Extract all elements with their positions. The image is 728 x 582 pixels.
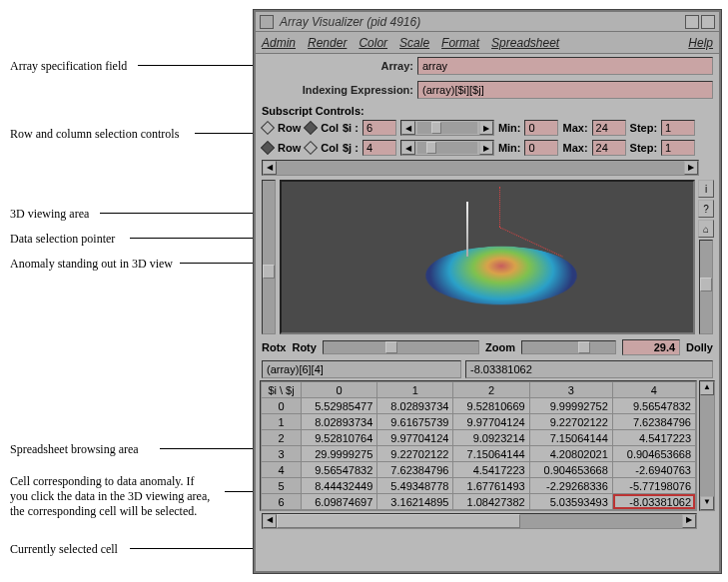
- cell[interactable]: 9.22702122: [377, 446, 453, 462]
- cell[interactable]: 9.99992752: [529, 398, 612, 414]
- help-button[interactable]: ?: [698, 200, 714, 218]
- cell[interactable]: 8.44432449: [302, 478, 377, 494]
- rotx-slider[interactable]: [262, 180, 276, 334]
- cell[interactable]: 5.49348778: [377, 478, 453, 494]
- menu-admin[interactable]: Admin: [262, 36, 296, 50]
- row-header[interactable]: 1: [262, 414, 302, 430]
- col-radio-j[interactable]: [304, 141, 318, 155]
- cell[interactable]: 29.9999275: [302, 446, 377, 462]
- cell[interactable]: 9.56547832: [302, 462, 377, 478]
- cell[interactable]: 0.904653668: [529, 462, 612, 478]
- dolly-slider[interactable]: [699, 240, 713, 334]
- row-header[interactable]: 5: [262, 478, 302, 494]
- menu-scale[interactable]: Scale: [399, 36, 429, 50]
- roty-slider[interactable]: [323, 340, 479, 354]
- min-value-i[interactable]: 0: [524, 120, 558, 136]
- cell[interactable]: 4.5417223: [612, 430, 695, 446]
- home-button[interactable]: ⌂: [698, 220, 714, 238]
- row-radio-j[interactable]: [261, 141, 275, 155]
- cell[interactable]: 8.02893734: [377, 398, 453, 414]
- min-value-j[interactable]: 0: [524, 140, 558, 156]
- cell[interactable]: 9.97704124: [377, 430, 453, 446]
- cell[interactable]: 9.22702122: [529, 414, 612, 430]
- col-header[interactable]: 3: [529, 382, 612, 398]
- cell[interactable]: -8.03381062: [612, 494, 695, 510]
- max-value-j[interactable]: 24: [592, 140, 626, 156]
- col-header[interactable]: 2: [453, 382, 529, 398]
- cell[interactable]: 9.52810669: [453, 398, 529, 414]
- scroll-down-icon[interactable]: ▼: [700, 496, 714, 510]
- cell[interactable]: 7.15064144: [529, 430, 612, 446]
- cell[interactable]: -2.6940763: [612, 462, 695, 478]
- step-value-i[interactable]: 1: [661, 120, 695, 136]
- cell[interactable]: 1.67761493: [453, 478, 529, 494]
- minimize-button[interactable]: [685, 15, 699, 29]
- 3d-viewport[interactable]: [280, 180, 695, 334]
- info-button[interactable]: i: [698, 180, 714, 198]
- menu-help[interactable]: Help: [688, 36, 713, 50]
- menu-render[interactable]: Render: [308, 36, 347, 50]
- row-header[interactable]: 2: [262, 430, 302, 446]
- cell[interactable]: 9.56547832: [612, 398, 695, 414]
- sheet-hscrollbar[interactable]: ◀ ▶: [262, 513, 697, 529]
- cell[interactable]: 5.52985477: [302, 398, 377, 414]
- sheet-vscrollbar[interactable]: ▲ ▼: [699, 380, 715, 511]
- cell[interactable]: 9.61675739: [377, 414, 453, 430]
- array-field[interactable]: array: [417, 57, 713, 75]
- col-radio-i[interactable]: [304, 121, 318, 135]
- titlebar[interactable]: Array Visualizer (pid 4916): [256, 12, 719, 32]
- annotation-3dview: 3D viewing area: [10, 207, 89, 222]
- zoom-slider[interactable]: [521, 340, 616, 354]
- selection-value: -8.03381062: [465, 360, 713, 378]
- cell[interactable]: 7.62384796: [612, 414, 695, 430]
- index-slider-j[interactable]: ◀ ▶: [400, 140, 494, 156]
- slider-prev-icon[interactable]: ◀: [401, 141, 415, 155]
- scroll-up-icon[interactable]: ▲: [700, 381, 714, 395]
- scroll-right-icon[interactable]: ▶: [684, 161, 698, 175]
- var-value-i[interactable]: 6: [363, 120, 396, 136]
- col-header[interactable]: 1: [377, 382, 453, 398]
- annotation-line: [138, 65, 254, 66]
- cell[interactable]: 9.52810764: [302, 430, 377, 446]
- zoom-value[interactable]: 29.4: [622, 339, 680, 355]
- cell[interactable]: 7.62384796: [377, 462, 453, 478]
- cell[interactable]: 4.20802021: [529, 446, 612, 462]
- subscript-scrollbar[interactable]: ◀ ▶: [262, 160, 699, 176]
- scroll-left-icon[interactable]: ◀: [263, 161, 277, 175]
- window-menu-icon[interactable]: [260, 15, 274, 29]
- col-header[interactable]: 0: [302, 382, 377, 398]
- cell[interactable]: 4.5417223: [453, 462, 529, 478]
- cell[interactable]: 3.16214895: [377, 494, 453, 510]
- cell[interactable]: 5.03593493: [529, 494, 612, 510]
- slider-prev-icon[interactable]: ◀: [401, 121, 415, 135]
- spreadsheet[interactable]: $i \ $j01234 05.529854778.028937349.5281…: [260, 380, 697, 511]
- slider-next-icon[interactable]: ▶: [479, 141, 493, 155]
- cell[interactable]: 9.97704124: [453, 414, 529, 430]
- menu-spreadsheet[interactable]: Spreadsheet: [491, 36, 559, 50]
- indexing-expression-field[interactable]: (array)[$i][$j]: [417, 81, 713, 99]
- max-value-i[interactable]: 24: [592, 120, 626, 136]
- cell[interactable]: -2.29268336: [529, 478, 612, 494]
- menu-format[interactable]: Format: [441, 36, 479, 50]
- cell[interactable]: 8.02893734: [302, 414, 377, 430]
- cell[interactable]: 0.904653668: [612, 446, 695, 462]
- index-slider-i[interactable]: ◀ ▶: [400, 120, 494, 136]
- cell[interactable]: 6.09874697: [302, 494, 377, 510]
- row-radio-i[interactable]: [261, 121, 275, 135]
- row-header[interactable]: 0: [262, 398, 302, 414]
- cell[interactable]: 9.0923214: [453, 430, 529, 446]
- step-value-j[interactable]: 1: [661, 140, 695, 156]
- menu-color[interactable]: Color: [359, 36, 387, 50]
- maximize-button[interactable]: [701, 15, 715, 29]
- slider-next-icon[interactable]: ▶: [479, 121, 493, 135]
- var-value-j[interactable]: 4: [363, 140, 396, 156]
- cell[interactable]: -5.77198076: [612, 478, 695, 494]
- row-header[interactable]: 4: [262, 462, 302, 478]
- scroll-left-icon[interactable]: ◀: [263, 514, 277, 528]
- row-header[interactable]: 6: [262, 494, 302, 510]
- col-header[interactable]: 4: [612, 382, 695, 398]
- row-header[interactable]: 3: [262, 446, 302, 462]
- cell[interactable]: 1.08427382: [453, 494, 529, 510]
- scroll-right-icon[interactable]: ▶: [682, 514, 696, 528]
- cell[interactable]: 7.15064144: [453, 446, 529, 462]
